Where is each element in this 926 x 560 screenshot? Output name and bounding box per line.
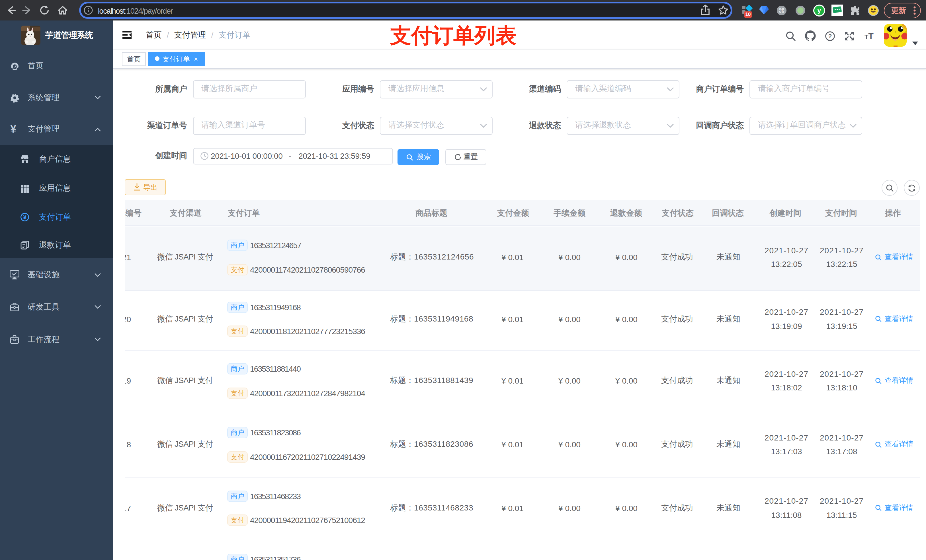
svg-text:y: y (817, 7, 821, 14)
svg-text:¥: ¥ (23, 214, 26, 220)
svg-text:⌘: ⌘ (779, 7, 785, 14)
svg-text:?: ? (828, 33, 832, 39)
